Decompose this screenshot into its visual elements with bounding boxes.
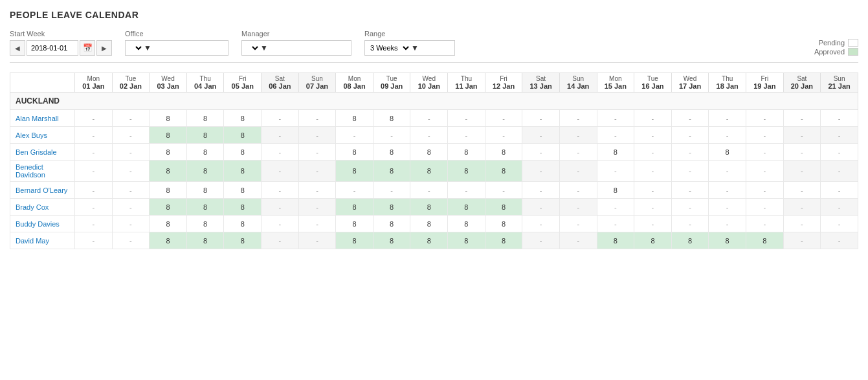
day-header-19: Sat20 Jan: [783, 73, 821, 93]
day-cell: -: [709, 182, 746, 199]
day-cell: 8: [150, 144, 187, 161]
range-select[interactable]: 3 Weeks 1 Week 2 Weeks: [365, 41, 411, 55]
day-cell: 8: [336, 110, 373, 127]
day-cell: -: [597, 161, 634, 182]
day-cell: 8: [373, 232, 410, 249]
day-cell: 8: [336, 144, 373, 161]
day-header-14: Mon15 Jan: [597, 73, 634, 93]
day-cell: 8: [448, 144, 485, 161]
employee-name[interactable]: Benedict Davidson: [10, 161, 75, 182]
day-cell: -: [75, 182, 113, 199]
day-cell: -: [112, 232, 150, 249]
table-row: Alex Buys--888----------------: [10, 127, 858, 144]
office-select[interactable]: [126, 41, 144, 55]
next-week-button[interactable]: ▶: [96, 40, 112, 56]
day-cell: -: [410, 110, 448, 127]
day-cell: 8: [597, 144, 634, 161]
day-header-8: Tue09 Jan: [373, 73, 410, 93]
day-cell: -: [783, 127, 821, 144]
day-cell: 8: [373, 110, 410, 127]
range-select-wrapper[interactable]: 3 Weeks 1 Week 2 Weeks ▼: [364, 40, 455, 56]
table-row: Brady Cox--888--88888---------: [10, 199, 858, 216]
day-cell: -: [298, 161, 336, 182]
day-cell: 8: [373, 161, 410, 182]
day-cell: -: [709, 199, 746, 216]
day-cell: -: [559, 127, 597, 144]
calendar-icon[interactable]: 📅: [80, 40, 95, 56]
day-cell: 8: [224, 110, 262, 127]
day-cell: -: [783, 199, 821, 216]
day-cell: -: [746, 127, 783, 144]
employee-name[interactable]: Alex Buys: [10, 127, 75, 144]
day-cell: -: [821, 216, 858, 232]
day-header-13: Sun14 Jan: [559, 73, 597, 93]
day-cell: 8: [186, 199, 224, 216]
day-cell: -: [821, 144, 858, 161]
day-cell: -: [410, 127, 448, 144]
day-header-12: Sat13 Jan: [522, 73, 560, 93]
day-cell: 8: [150, 232, 187, 249]
pending-label: Pending: [819, 39, 845, 47]
employee-name[interactable]: Alan Marshall: [10, 110, 75, 127]
employee-name[interactable]: David May: [10, 232, 75, 249]
day-cell: -: [112, 110, 150, 127]
day-cell: -: [597, 110, 634, 127]
day-cell: 8: [150, 182, 187, 199]
day-header-0: Mon01 Jan: [75, 73, 113, 93]
day-cell: -: [671, 216, 709, 232]
filters-row: Start Week ◀ 📅 ▶ Office ▼ Manager: [10, 30, 858, 63]
day-cell: 8: [410, 216, 448, 232]
day-cell: -: [298, 182, 336, 199]
table-row: Ben Grisdale--888--88888--8--8---: [10, 144, 858, 161]
day-header-7: Mon08 Jan: [336, 73, 373, 93]
day-cell: -: [298, 144, 336, 161]
day-cell: -: [746, 182, 783, 199]
table-row: Buddy Davies--888--88888---------: [10, 216, 858, 232]
day-cell: -: [75, 216, 113, 232]
day-header-6: Sun07 Jan: [298, 73, 336, 93]
day-cell: 8: [485, 161, 522, 182]
day-cell: -: [559, 199, 597, 216]
day-cell: -: [821, 232, 858, 249]
day-cell: -: [634, 161, 672, 182]
manager-label: Manager: [241, 30, 351, 38]
day-cell: -: [671, 127, 709, 144]
day-cell: -: [262, 216, 299, 232]
employee-name[interactable]: Ben Grisdale: [10, 144, 75, 161]
employee-name[interactable]: Bernard O'Leary: [10, 182, 75, 199]
day-cell: -: [262, 127, 299, 144]
office-select-wrapper[interactable]: ▼: [125, 40, 228, 56]
employee-name[interactable]: Buddy Davies: [10, 216, 75, 232]
day-cell: -: [75, 232, 113, 249]
day-header-11: Fri12 Jan: [485, 73, 522, 93]
manager-select-wrapper[interactable]: ▼: [241, 40, 351, 56]
day-cell: -: [373, 127, 410, 144]
day-cell: 8: [224, 182, 262, 199]
start-date-input[interactable]: [27, 40, 78, 56]
table-row: Alan Marshall--888--88------------: [10, 110, 858, 127]
employee-name[interactable]: Brady Cox: [10, 199, 75, 216]
day-cell: -: [298, 199, 336, 216]
day-cell: -: [448, 110, 485, 127]
day-header-1: Tue02 Jan: [112, 73, 150, 93]
legend-approved-item: Approved: [814, 48, 858, 56]
day-cell: 8: [410, 144, 448, 161]
day-cell: -: [262, 232, 299, 249]
day-cell: -: [298, 110, 336, 127]
day-cell: 8: [150, 216, 187, 232]
day-cell: -: [559, 182, 597, 199]
range-label: Range: [364, 30, 455, 38]
day-cell: -: [448, 127, 485, 144]
day-cell: 8: [336, 199, 373, 216]
day-cell: -: [559, 144, 597, 161]
day-cell: -: [671, 182, 709, 199]
day-cell: 8: [448, 232, 485, 249]
day-cell: -: [448, 182, 485, 199]
manager-select[interactable]: [242, 41, 260, 55]
day-cell: -: [336, 182, 373, 199]
day-cell: 8: [634, 232, 672, 249]
day-cell: -: [783, 182, 821, 199]
prev-week-button[interactable]: ◀: [10, 40, 25, 56]
day-cell: -: [821, 199, 858, 216]
day-cell: 8: [150, 199, 187, 216]
